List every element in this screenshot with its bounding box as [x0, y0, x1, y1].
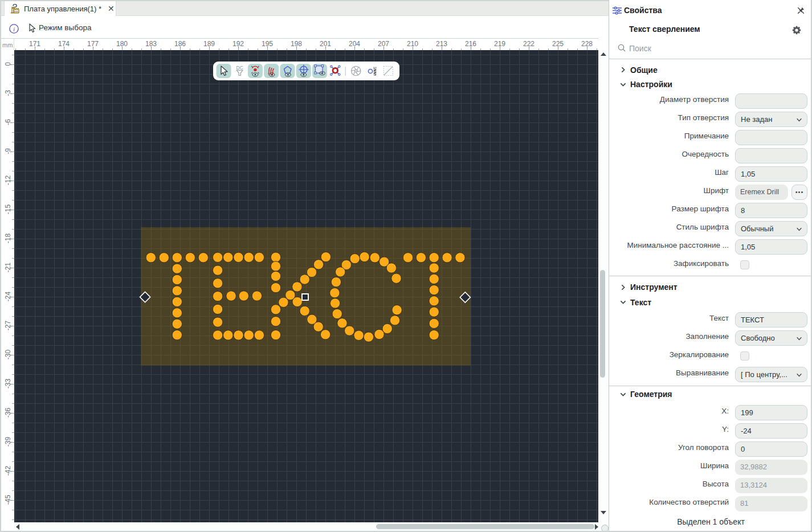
svg-text:DC: DC [236, 64, 243, 70]
svg-text:i: i [13, 26, 15, 32]
